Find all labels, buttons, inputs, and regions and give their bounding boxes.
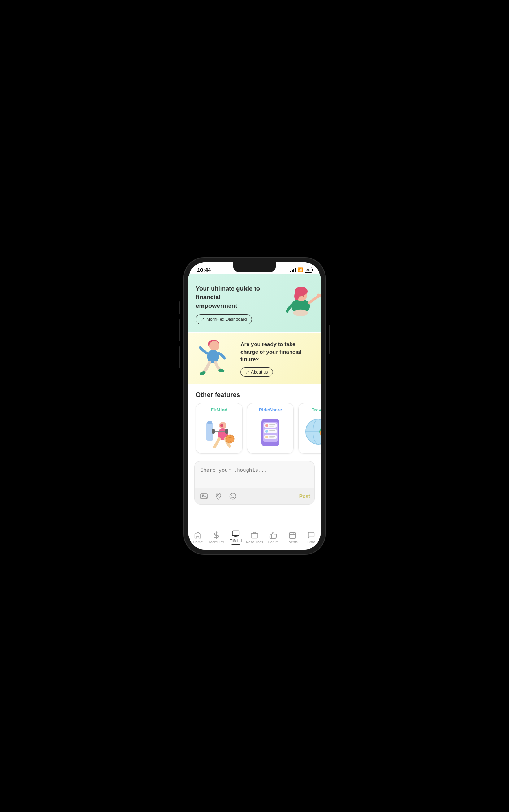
home-icon xyxy=(194,531,202,539)
svg-point-3 xyxy=(294,292,299,300)
status-time: 10:44 xyxy=(197,267,211,273)
svg-rect-35 xyxy=(269,437,274,438)
nav-fitmind-label: FitMind xyxy=(230,539,242,543)
volume-down-button xyxy=(179,346,180,368)
feature-card-rideshare[interactable]: RideShare xyxy=(247,403,294,454)
hero-text-2: Are you ready to take charge of your fin… xyxy=(240,340,305,363)
battery-icon: 76 xyxy=(305,267,312,273)
svg-point-18 xyxy=(226,435,234,443)
post-textarea[interactable] xyxy=(195,461,314,486)
volume-mute-button xyxy=(179,301,180,314)
signal-icon xyxy=(290,268,296,272)
nav-events[interactable]: Events xyxy=(284,531,301,544)
svg-point-28 xyxy=(265,430,268,433)
nav-resources[interactable]: Resources xyxy=(246,531,263,544)
nav-events-label: Events xyxy=(287,540,298,544)
fitmind-icon xyxy=(232,530,240,538)
svg-rect-34 xyxy=(269,436,275,437)
nav-momflex[interactable]: MomFlex xyxy=(208,531,225,544)
nav-chat[interactable]: Chat xyxy=(303,531,320,544)
svg-point-7 xyxy=(293,310,308,316)
svg-rect-31 xyxy=(269,426,274,427)
hero-text-1: Your ultimate guide to financial empower… xyxy=(196,284,260,310)
chat-icon xyxy=(307,531,315,539)
feature-card-fitmind[interactable]: FitMind xyxy=(196,403,243,454)
features-scroll[interactable]: FitMind xyxy=(188,403,321,461)
svg-rect-53 xyxy=(251,533,258,538)
momflex-icon xyxy=(213,531,221,539)
image-icon[interactable] xyxy=(199,491,209,501)
momflex-dashboard-button[interactable]: ↗ MomFlex Dashboard xyxy=(196,314,252,324)
power-button xyxy=(329,325,330,354)
svg-point-45 xyxy=(218,494,219,496)
emoji-icon[interactable] xyxy=(228,491,238,501)
svg-point-16 xyxy=(220,424,223,427)
svg-rect-33 xyxy=(269,432,274,432)
phone-frame: 10:44 📶 76 Your ultimate guide to financ… xyxy=(184,258,325,554)
svg-rect-30 xyxy=(269,424,275,425)
feature-fitmind-image xyxy=(203,415,235,448)
feature-rideshare-label: RideShare xyxy=(259,407,282,412)
arrow-icon-2: ↗ xyxy=(245,370,249,375)
svg-point-29 xyxy=(265,436,268,438)
svg-rect-14 xyxy=(207,421,212,424)
svg-point-4 xyxy=(299,295,301,297)
post-box[interactable]: Post xyxy=(194,461,315,505)
resources-icon xyxy=(251,531,258,539)
svg-rect-54 xyxy=(289,532,295,538)
hero-banner-1: Your ultimate guide to financial empower… xyxy=(188,274,321,332)
nav-fitmind[interactable]: FitMind xyxy=(227,530,244,545)
svg-rect-20 xyxy=(212,429,215,434)
svg-rect-43 xyxy=(201,494,207,499)
volume-up-button xyxy=(179,319,180,341)
hero-text-area-2: Are you ready to take charge of your fin… xyxy=(240,340,313,377)
arrow-icon-1: ↗ xyxy=(201,317,205,322)
svg-rect-42 xyxy=(320,431,321,436)
nav-resources-label: Resources xyxy=(246,540,263,544)
wifi-icon: 📶 xyxy=(297,267,303,272)
hero-illustration-2 xyxy=(192,335,235,378)
feature-rideshare-image xyxy=(254,415,287,448)
svg-rect-50 xyxy=(232,531,239,536)
feature-card-travel[interactable]: Travel xyxy=(298,403,321,454)
svg-rect-32 xyxy=(269,430,275,431)
post-actions: Post xyxy=(195,488,314,504)
hero-illustration-1 xyxy=(275,278,321,321)
svg-point-47 xyxy=(231,496,232,496)
svg-rect-21 xyxy=(225,429,228,434)
notch xyxy=(233,262,276,272)
nav-forum-label: Forum xyxy=(268,540,279,544)
svg-point-27 xyxy=(265,424,268,427)
hero-banner-2: Are you ready to take charge of your fin… xyxy=(188,333,321,384)
about-us-button[interactable]: ↗ About us xyxy=(240,367,273,377)
svg-point-46 xyxy=(230,493,236,499)
phone-screen: 10:44 📶 76 Your ultimate guide to financ… xyxy=(188,262,321,550)
svg-rect-19 xyxy=(214,431,226,432)
svg-point-5 xyxy=(303,295,304,297)
nav-active-indicator xyxy=(231,544,240,545)
svg-point-9 xyxy=(209,341,219,351)
status-icons: 📶 76 xyxy=(290,267,312,273)
section-title: Other features xyxy=(188,384,321,403)
screen-content[interactable]: Your ultimate guide to financial empower… xyxy=(188,274,321,527)
post-button[interactable]: Post xyxy=(299,493,310,499)
nav-home[interactable]: Home xyxy=(189,531,206,544)
events-icon xyxy=(288,531,296,539)
feature-travel-image xyxy=(302,415,321,448)
location-icon[interactable] xyxy=(213,491,223,501)
bottom-nav: Home MomFlex FitMind xyxy=(188,527,321,550)
forum-icon xyxy=(269,531,277,539)
feature-fitmind-label: FitMind xyxy=(211,407,227,412)
nav-home-label: Home xyxy=(193,540,203,544)
nav-momflex-label: MomFlex xyxy=(209,540,224,544)
nav-chat-label: Chat xyxy=(307,540,315,544)
feature-travel-label: Travel xyxy=(312,407,321,412)
nav-forum[interactable]: Forum xyxy=(265,531,282,544)
svg-point-48 xyxy=(234,496,234,496)
